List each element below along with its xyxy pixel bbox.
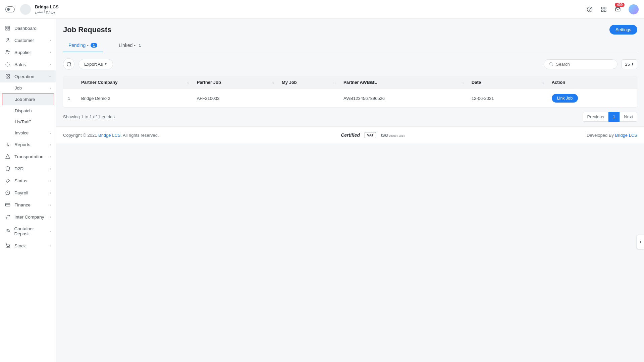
col-partner-job[interactable]: Partner Job↑↓: [192, 76, 277, 89]
col-index[interactable]: [63, 76, 76, 89]
d2d-icon: [5, 166, 11, 171]
sidebar-sub-job[interactable]: Job ›: [0, 82, 56, 94]
settings-button[interactable]: Settings: [609, 25, 637, 35]
brand[interactable]: Bridge LCS بريدج لسس: [20, 4, 59, 15]
dashboard-icon: [5, 25, 11, 31]
svg-rect-3: [604, 7, 606, 9]
brand-logo-icon: [20, 4, 31, 15]
mail-icon[interactable]: 409: [614, 6, 621, 13]
sidebar-item-label: Stock: [14, 243, 26, 248]
sidebar-item-reports[interactable]: Reports ›: [0, 138, 56, 150]
cell-awb: AWB1234567896526: [339, 89, 467, 108]
sidebar-item-transportation[interactable]: Transportation ›: [0, 150, 56, 163]
tab-linked[interactable]: Linked - 1: [113, 40, 148, 52]
col-date[interactable]: Date↑↓: [467, 76, 547, 89]
sidebar-item-dashboard[interactable]: Dashboard: [0, 22, 56, 34]
sidebar-item-label: Payroll: [14, 190, 28, 195]
export-button[interactable]: Export As ▼: [78, 59, 113, 69]
apps-grid-icon[interactable]: [600, 6, 607, 13]
finance-icon: [5, 202, 11, 207]
svg-point-12: [6, 50, 8, 52]
sidebar-item-customer[interactable]: Customer ›: [0, 34, 56, 46]
caret-down-icon: ▼: [104, 62, 107, 66]
operation-icon: [5, 74, 11, 79]
refresh-button[interactable]: [63, 58, 74, 70]
chevron-right-icon: ›: [50, 191, 51, 195]
chevron-right-icon: ›: [50, 244, 51, 248]
sidebar-sub-job-share[interactable]: Job Share: [2, 94, 54, 105]
brand-text: Bridge LCS بريدج لسس: [35, 4, 59, 14]
cell-partner-job: AFF210003: [192, 89, 277, 108]
sidebar-item-label: Reports: [14, 142, 30, 147]
sidebar-sub-invoice[interactable]: Invoice ›: [0, 127, 56, 138]
chevron-right-icon: ›: [50, 142, 51, 146]
vat-badge: VAT: [365, 132, 376, 138]
svg-rect-15: [5, 203, 10, 206]
search-input[interactable]: [556, 62, 612, 67]
notification-badge: 409: [615, 3, 625, 7]
sidebar-sub-dispatch[interactable]: Dispatch: [0, 105, 56, 116]
visibility-toggle-icon[interactable]: [5, 6, 15, 12]
sidebar-item-intercompany[interactable]: Inter Company ›: [0, 211, 56, 223]
sidebar-sub-label: Job: [15, 85, 22, 90]
svg-point-11: [7, 38, 8, 40]
cell-index: 1: [63, 89, 76, 108]
sidebar-item-label: Transportation: [14, 154, 44, 159]
sidebar-item-label: D2D: [14, 166, 23, 171]
footer: Copyright © 2021 Bridge LCS. All rights …: [56, 126, 644, 143]
svg-rect-4: [601, 10, 603, 11]
sidebar-item-finance[interactable]: Finance ›: [0, 199, 56, 211]
toolbar: Export As ▼ 25 ▴▾: [63, 58, 637, 70]
col-partner-company[interactable]: Partner Company↑↓: [76, 76, 192, 89]
sidebar-item-d2d[interactable]: D2D ›: [0, 163, 56, 175]
cell-my-job: [277, 89, 339, 108]
sidebar-item-status[interactable]: Status ›: [0, 175, 56, 187]
chevron-right-icon: ›: [50, 38, 51, 42]
tab-pending[interactable]: Pending - 1: [63, 40, 103, 52]
topbar: Bridge LCS بريدج لسس 409: [0, 0, 644, 19]
sidebar-item-operation[interactable]: Operation ›: [0, 70, 56, 82]
topbar-left: Bridge LCS بريدج لسس: [5, 4, 59, 15]
sidebar-item-supplier[interactable]: Supplier ›: [0, 46, 56, 58]
sidebar-item-label: Customer: [14, 38, 34, 43]
col-my-job[interactable]: My Job↑↓: [277, 76, 339, 89]
export-label: Export As: [84, 62, 103, 67]
chevron-right-icon: ›: [50, 50, 51, 54]
footer-brand-link[interactable]: Bridge LCS: [98, 133, 120, 138]
select-arrows-icon: ▴▾: [632, 62, 634, 66]
container-icon: [5, 229, 11, 234]
svg-point-18: [9, 247, 9, 248]
chevron-right-icon: ›: [50, 167, 51, 171]
sort-icon: ↑↓: [333, 80, 335, 84]
footer-copyright: Copyright © 2021 Bridge LCS. All rights …: [63, 133, 159, 138]
chevron-right-icon: ›: [50, 215, 51, 219]
footer-dev-link[interactable]: Bridge LCS: [615, 133, 637, 138]
avatar[interactable]: [629, 4, 639, 14]
intercompany-icon: [5, 214, 11, 220]
chevron-right-icon: ›: [50, 203, 51, 207]
tab-label: Pending -: [68, 43, 89, 48]
chevron-right-icon: ›: [50, 229, 51, 233]
sort-icon: ↑↓: [541, 80, 544, 84]
next-page-button[interactable]: Next: [620, 112, 637, 122]
collapse-panel-button[interactable]: [637, 235, 644, 249]
sidebar-item-sales[interactable]: Sales ›: [0, 58, 56, 70]
svg-rect-8: [8, 26, 10, 28]
prev-page-button[interactable]: Previous: [583, 112, 608, 122]
sidebar-item-payroll[interactable]: Payroll ›: [0, 187, 56, 199]
table-footer: Showing 1 to 1 of 1 entries Previous 1 N…: [63, 112, 637, 122]
sidebar-item-containerdeposit[interactable]: Container Deposit ›: [0, 223, 56, 240]
iso-badge: ISO25000 : 2014: [381, 133, 405, 138]
svg-point-17: [7, 247, 7, 248]
cell-partner-company: Bridge Demo 2: [76, 89, 192, 108]
page-size-select[interactable]: 25 ▴▾: [622, 59, 637, 69]
chevron-right-icon: ›: [50, 86, 51, 90]
sidebar-item-stock[interactable]: Stock ›: [0, 240, 56, 252]
search-input-wrapper[interactable]: [544, 59, 618, 69]
page-number-button[interactable]: 1: [608, 112, 620, 122]
sidebar-sub-label: Invoice: [15, 130, 29, 135]
link-job-button[interactable]: Link Job: [552, 94, 578, 103]
help-icon[interactable]: [586, 6, 593, 13]
sidebar-sub-hstariff[interactable]: Hs/Tariff: [0, 116, 56, 127]
col-awb[interactable]: Partner AWB/BL↑↓: [339, 76, 467, 89]
